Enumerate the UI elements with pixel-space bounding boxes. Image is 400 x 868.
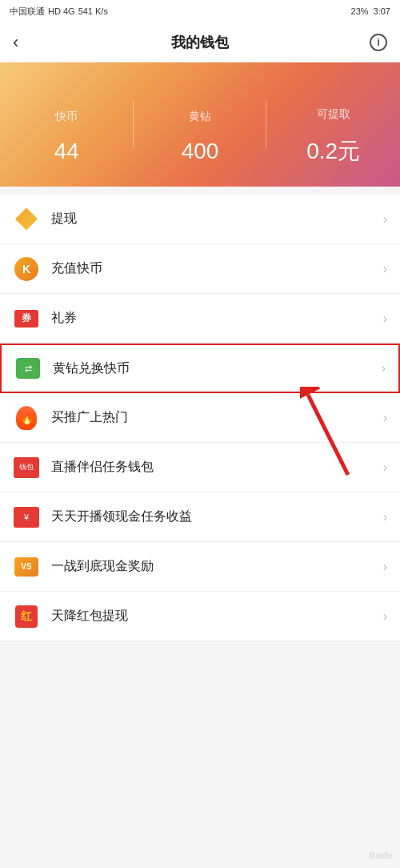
arrow-icon-huanduan: › <box>382 361 386 376</box>
time-text: 3:07 <box>374 6 390 16</box>
status-bar: 中国联通 HD 4G 541 K/s 23% 3:07 <box>0 0 400 22</box>
k-icon: K <box>14 257 38 281</box>
wallet-label-tiqu: 可提取 <box>317 107 350 122</box>
menu-text-tixian: 提现 <box>51 211 383 227</box>
page-title: 我的钱包 <box>171 33 229 52</box>
flame-icon: 🔥 <box>16 406 37 430</box>
menu-icon-redpack: 红 <box>13 603 40 630</box>
menu-text-live: 直播伴侣任务钱包 <box>51 459 383 476</box>
wallet-label-kuaibi: 快币 <box>55 110 78 124</box>
menu-list: 提现 › K 充值快币 › 券 礼券 › ⇄ 黄钻兑换快币 › <box>0 195 400 641</box>
menu-text-chongzhi: 充值快币 <box>51 260 383 277</box>
menu-icon-coupon: 券 <box>13 305 40 332</box>
wallet-value-huangzuan: 400 <box>182 139 219 164</box>
nav-bar: ‹ 我的钱包 i <box>0 22 400 62</box>
menu-item-huanduan[interactable]: ⇄ 黄钻兑换快币 › <box>0 344 400 393</box>
back-button[interactable]: ‹ <box>13 32 42 53</box>
arrow-icon-tianjian: › <box>383 609 387 624</box>
status-left: 中国联通 HD 4G 541 K/s <box>10 6 108 18</box>
watermark: Baidu <box>370 850 392 860</box>
exchange-icon: ⇄ <box>16 358 40 379</box>
arrow-icon-live: › <box>383 460 387 475</box>
info-button[interactable]: i <box>370 34 387 51</box>
arrow-icon-tixian: › <box>383 212 387 227</box>
menu-icon-flame: 🔥 <box>13 404 40 432</box>
menu-text-huanduan: 黄钻兑换快币 <box>53 360 382 377</box>
signal-text: 541 K/s <box>78 6 108 16</box>
menu-item-tianjian[interactable]: 红 天降红包提现 › <box>0 592 400 641</box>
menu-text-tuiguang: 买推广上热门 <box>51 409 383 426</box>
menu-text-yizhan: 一战到底现金奖励 <box>51 558 383 575</box>
carrier-text: 中国联通 <box>10 6 45 18</box>
diamond-icon <box>15 208 38 231</box>
menu-text-liquan: 礼券 <box>51 310 383 327</box>
arrow-icon-tiantian: › <box>383 510 387 524</box>
cash-icon: ¥ <box>14 507 39 528</box>
wallet-item-tiqv: 可提取 0.2元 <box>266 83 400 167</box>
menu-item-live[interactable]: 钱包 直播伴侣任务钱包 › <box>0 443 400 492</box>
menu-text-tianjian: 天降红包提现 <box>51 608 383 625</box>
menu-icon-vs: VS <box>13 553 40 581</box>
menu-item-tiantian[interactable]: ¥ 天天开播领现金任务收益 › <box>0 492 400 542</box>
menu-item-chongzhi[interactable]: K 充值快币 › <box>0 244 400 294</box>
info-button-container: i <box>358 34 387 51</box>
wallet-value-tiqu: 0.2元 <box>306 136 360 167</box>
redpack-icon: 红 <box>15 605 38 628</box>
wallet-banner: 快币 44 黄钻 400 可提取 0.2元 <box>0 62 400 187</box>
menu-icon-diamond <box>13 206 40 233</box>
menu-item-tuiguang[interactable]: 🔥 买推广上热门 › <box>0 393 400 443</box>
menu-icon-live-wallet: 钱包 <box>13 454 40 481</box>
live-wallet-icon: 钱包 <box>14 457 39 478</box>
wallet-item-kuaibi: 快币 44 <box>0 86 134 164</box>
arrow-icon-liquan: › <box>383 311 387 326</box>
menu-icon-k: K <box>13 255 40 283</box>
wallet-item-huangzuan: 黄钻 400 <box>134 86 267 164</box>
network-text: HD 4G <box>48 6 75 16</box>
menu-text-tiantian: 天天开播领现金任务收益 <box>51 508 383 525</box>
menu-icon-cash: ¥ <box>13 504 40 531</box>
battery-text: 23% <box>351 6 369 16</box>
vs-icon: VS <box>14 557 38 577</box>
info-icon: i <box>377 36 380 48</box>
coupon-icon: 券 <box>14 310 38 328</box>
wallet-value-kuaibi: 44 <box>54 139 79 164</box>
arrow-icon-yizhan: › <box>383 560 387 574</box>
wallet-label-huangzuan: 黄钻 <box>189 110 211 124</box>
menu-item-liquan[interactable]: 券 礼券 › <box>0 294 400 344</box>
menu-item-yizhan[interactable]: VS 一战到底现金奖励 › <box>0 542 400 592</box>
menu-icon-exchange: ⇄ <box>14 355 42 382</box>
menu-item-tixian[interactable]: 提现 › <box>0 195 400 244</box>
arrow-icon-tuiguang: › <box>383 411 387 425</box>
status-right: 23% 3:07 <box>351 6 390 16</box>
arrow-icon-chongzhi: › <box>383 262 387 276</box>
